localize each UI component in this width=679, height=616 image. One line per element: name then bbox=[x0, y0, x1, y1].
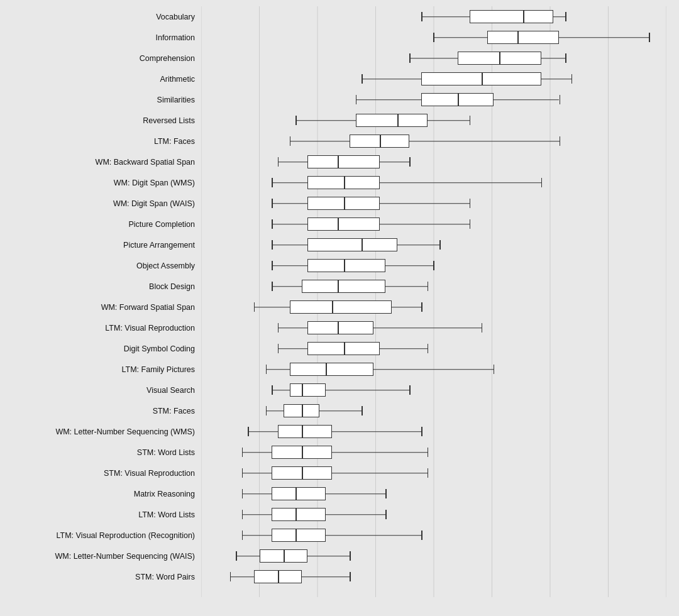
box-plot-row bbox=[200, 48, 679, 69]
median-line bbox=[295, 487, 297, 500]
median-line bbox=[302, 383, 303, 397]
right-cap bbox=[565, 53, 566, 63]
right-cap bbox=[385, 510, 387, 519]
table-row: WM: Letter-Number Sequencing (WAIS) bbox=[0, 546, 679, 566]
left-cap bbox=[230, 572, 231, 581]
right-cap bbox=[409, 385, 411, 395]
right-cap bbox=[560, 136, 561, 146]
table-row: Matrix Reasoning bbox=[0, 483, 679, 504]
left-cap bbox=[242, 468, 243, 478]
iqr-box bbox=[272, 529, 326, 542]
right-cap bbox=[409, 157, 411, 167]
median-line bbox=[482, 72, 483, 85]
iqr-box bbox=[307, 321, 373, 334]
box-plot-row bbox=[200, 172, 679, 193]
left-cap bbox=[421, 12, 422, 21]
box-plot-row bbox=[200, 400, 679, 421]
row-label: Comprehension bbox=[0, 54, 200, 63]
median-line bbox=[380, 135, 381, 148]
left-cap bbox=[409, 53, 411, 63]
box-plot-row bbox=[200, 546, 679, 566]
left-cap bbox=[266, 406, 267, 415]
table-row: Picture Completion bbox=[0, 214, 679, 234]
left-cap bbox=[254, 302, 255, 312]
box-plot-row bbox=[200, 442, 679, 463]
row-label: Information bbox=[0, 33, 200, 42]
median-line bbox=[295, 529, 297, 542]
iqr-box bbox=[290, 363, 373, 376]
median-line bbox=[295, 508, 297, 521]
table-row: Object Assembly bbox=[0, 255, 679, 276]
box-plot-row bbox=[200, 110, 679, 131]
box-plot-row bbox=[200, 525, 679, 546]
box-plot-row bbox=[200, 463, 679, 483]
left-cap bbox=[272, 282, 273, 291]
box-plot-row bbox=[200, 380, 679, 400]
iqr-box bbox=[272, 508, 326, 521]
row-label: LTM: Faces bbox=[0, 137, 200, 146]
iqr-box bbox=[307, 259, 385, 272]
right-cap bbox=[428, 282, 429, 291]
table-row: WM: Backward Spatial Span bbox=[0, 151, 679, 172]
median-line bbox=[362, 238, 363, 251]
table-row: Comprehension bbox=[0, 48, 679, 69]
table-row: Arithmetic bbox=[0, 69, 679, 89]
median-line bbox=[338, 155, 339, 168]
median-line bbox=[302, 466, 303, 480]
right-cap bbox=[482, 323, 483, 333]
table-row: Vocabulary bbox=[0, 6, 679, 27]
iqr-box bbox=[307, 155, 379, 168]
iqr-box bbox=[290, 300, 392, 314]
right-cap bbox=[421, 531, 422, 540]
left-cap bbox=[362, 74, 363, 84]
whisker-line bbox=[290, 141, 560, 142]
right-cap bbox=[470, 116, 471, 125]
left-cap bbox=[242, 489, 243, 498]
left-cap bbox=[272, 261, 273, 270]
right-cap bbox=[439, 240, 441, 250]
median-line bbox=[523, 10, 524, 23]
median-line bbox=[344, 342, 345, 355]
table-row: Block Design bbox=[0, 276, 679, 297]
right-cap bbox=[362, 406, 363, 415]
row-label: WM: Letter-Number Sequencing (WAIS) bbox=[0, 552, 200, 561]
median-line bbox=[302, 404, 303, 417]
box-plot-row bbox=[200, 297, 679, 317]
table-row: WM: Digit Span (WMS) bbox=[0, 172, 679, 193]
iqr-box bbox=[307, 238, 397, 251]
box-plot-row bbox=[200, 69, 679, 89]
row-label: Reversed Lists bbox=[0, 116, 200, 125]
median-line bbox=[517, 31, 519, 44]
left-cap bbox=[236, 551, 237, 561]
left-cap bbox=[272, 240, 273, 250]
table-row: Similarities bbox=[0, 89, 679, 110]
box-plot-row bbox=[200, 6, 679, 27]
row-label: WM: Forward Spatial Span bbox=[0, 303, 200, 312]
table-row: STM: Word Lists bbox=[0, 442, 679, 463]
median-line bbox=[338, 280, 339, 293]
row-label: Block Design bbox=[0, 282, 200, 291]
row-label: LTM: Visual Reproduction (Recognition) bbox=[0, 531, 200, 540]
table-row: WM: Letter-Number Sequencing (WMS) bbox=[0, 421, 679, 442]
box-plot-row bbox=[200, 193, 679, 214]
left-cap bbox=[272, 178, 273, 187]
median-line bbox=[302, 425, 303, 438]
left-cap bbox=[272, 385, 273, 395]
left-cap bbox=[356, 95, 357, 104]
left-cap bbox=[272, 199, 273, 208]
row-label: STM: Word Lists bbox=[0, 448, 200, 457]
row-label: Matrix Reasoning bbox=[0, 490, 200, 498]
right-cap bbox=[494, 365, 495, 374]
right-cap bbox=[421, 427, 422, 436]
median-line bbox=[332, 300, 333, 314]
table-row: WM: Forward Spatial Span bbox=[0, 297, 679, 317]
left-cap bbox=[242, 448, 243, 457]
whisker-line bbox=[248, 431, 421, 432]
median-line bbox=[338, 321, 339, 334]
iqr-box bbox=[356, 114, 428, 127]
right-cap bbox=[565, 12, 566, 21]
median-line bbox=[278, 570, 279, 583]
table-row: Information bbox=[0, 27, 679, 48]
table-row: Visual Search bbox=[0, 380, 679, 400]
row-label: LTM: Word Lists bbox=[0, 510, 200, 519]
